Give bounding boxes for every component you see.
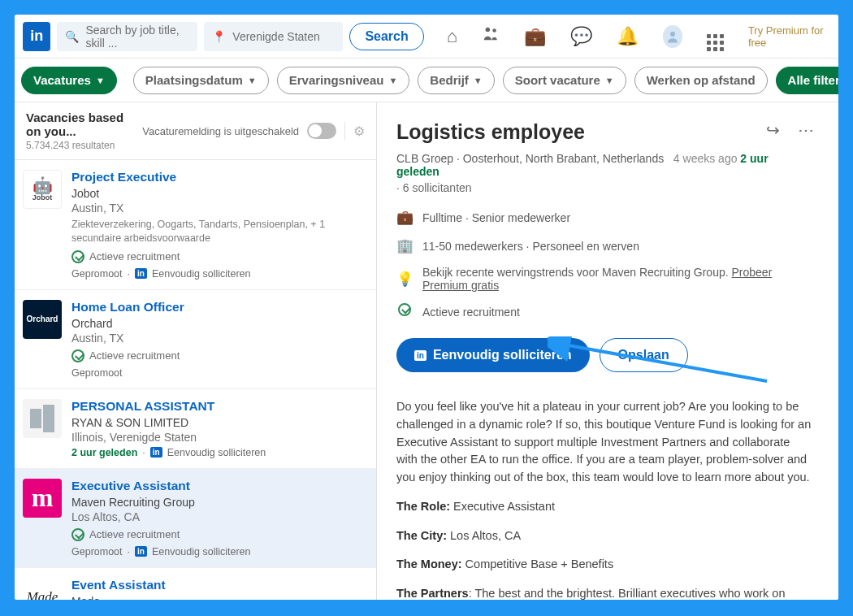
job-type-row: 💼Fulltime · Senior medewerker: [396, 209, 814, 226]
job-perks: Ziekteverzekering, Oogarts, Tandarts, Pe…: [71, 218, 365, 245]
filter-vacatures[interactable]: Vacatures▼: [21, 67, 117, 94]
job-title: Project Executive: [71, 170, 365, 184]
lightbulb-icon: 💡: [396, 271, 413, 288]
company-logo: 🤖Jobot: [23, 170, 62, 209]
linkedin-icon: in: [135, 546, 147, 557]
job-card[interactable]: 🤖Jobot Project Executive Jobot Austin, T…: [15, 160, 376, 290]
jobs-icon[interactable]: 💼: [524, 26, 546, 47]
linkedin-icon: in: [150, 447, 162, 458]
job-description: Do you feel like you've hit a plateau in…: [396, 398, 814, 600]
job-location: Austin, TX: [71, 332, 365, 345]
messaging-icon[interactable]: 💬: [570, 26, 592, 47]
filter-row: Vacatures▼ Plaatsingsdatum▼ Ervaringsniv…: [15, 59, 838, 102]
job-card[interactable]: PERSONAL ASSISTANT RYAN & SON LIMITED Il…: [15, 389, 376, 469]
try-premium-link[interactable]: Try Premium for free: [748, 24, 830, 49]
active-recruitment: Actieve recruitment: [71, 250, 365, 263]
briefcase-icon: 💼: [396, 209, 413, 226]
job-title: Executive Assistant: [71, 479, 365, 493]
job-location: Illinois, Verenigde Staten: [71, 431, 365, 444]
filter-experience[interactable]: Ervaringsniveau▼: [277, 67, 410, 94]
share-icon[interactable]: ↪: [766, 120, 780, 140]
job-alert-toggle[interactable]: [307, 123, 336, 139]
target-icon: [71, 528, 84, 541]
search-icon: 🔍: [65, 30, 79, 43]
job-list-header: Vacancies based on you... 5.734.243 resu…: [15, 102, 376, 160]
apps-icon[interactable]: [707, 22, 724, 51]
svg-point-2: [670, 32, 675, 37]
pin-icon: 📍: [212, 30, 226, 43]
target-icon: [71, 349, 84, 362]
job-footer: 2 uur geleden · inEenvoudig solliciteren: [71, 447, 365, 458]
job-detail-panel: Logistics employee ↪ ⋯ CLB Groep · Ooste…: [377, 102, 838, 600]
linkedin-logo[interactable]: in: [23, 22, 50, 51]
caret-down-icon: ▼: [248, 76, 257, 85]
job-card[interactable]: m Executive Assistant Maven Recruiting G…: [15, 469, 376, 568]
job-card[interactable]: Made Event Assistant Made New York, NY 2…: [15, 568, 376, 600]
search-jobs-input[interactable]: 🔍 Search by job title, skill ...: [57, 22, 197, 51]
detail-title: Logistics employee: [396, 120, 585, 144]
linkedin-icon: in: [135, 268, 147, 279]
company-name: Maven Recruiting Group: [71, 496, 365, 509]
detail-meta: CLB Groep · Oosterhout, North Brabant, N…: [396, 152, 814, 178]
search-location-input[interactable]: 📍 Verenigde Staten: [204, 22, 343, 51]
active-recruitment: Actieve recruitment: [71, 528, 365, 541]
home-icon[interactable]: ⌂: [447, 26, 457, 47]
divider: [344, 122, 345, 140]
company-logo: [23, 399, 62, 438]
more-icon[interactable]: ⋯: [798, 120, 814, 140]
gear-icon[interactable]: ⚙: [353, 124, 365, 139]
location-value: Verenigde Staten: [232, 30, 319, 43]
search-placeholder: Search by job title, skill ...: [85, 24, 189, 50]
caret-down-icon: ▼: [474, 76, 483, 85]
company-name: Jobot: [71, 187, 365, 200]
company-logo: Orchard: [23, 300, 62, 339]
list-title: Vacancies based on you...: [26, 111, 134, 138]
company-name: Made: [71, 595, 365, 600]
filter-all[interactable]: Alle filters1: [776, 67, 838, 94]
job-location: Austin, TX: [71, 202, 365, 215]
job-footer: Gepromoot: [71, 367, 365, 379]
filter-remote[interactable]: Werken op afstand: [634, 67, 768, 94]
job-title: PERSONAL ASSISTANT: [71, 399, 365, 414]
result-count: 5.734.243 resultaten: [26, 140, 134, 151]
filter-jobtype[interactable]: Soort vacature▼: [503, 67, 626, 94]
target-icon: [396, 303, 413, 320]
notifications-icon[interactable]: 🔔: [617, 26, 639, 47]
company-logo: m: [23, 479, 62, 518]
job-list-panel: Vacancies based on you... 5.734.243 resu…: [15, 102, 377, 600]
company-logo: Made: [23, 578, 62, 600]
company-name: RYAN & SON LIMITED: [71, 416, 365, 429]
recruit-row: Actieve recruitment: [396, 303, 814, 320]
job-footer: Gepromoot · inEenvoudig solliciteren: [71, 546, 365, 557]
target-icon: [71, 250, 84, 263]
company-size-row: 🏢11-50 medewerkers · Personeel en werven: [396, 237, 814, 254]
job-card[interactable]: Orchard Home Loan Officer Orchard Austin…: [15, 290, 376, 389]
caret-down-icon: ▼: [388, 76, 397, 85]
svg-point-1: [492, 28, 496, 33]
job-title: Event Assistant: [71, 578, 365, 592]
network-icon[interactable]: [482, 25, 500, 48]
search-button[interactable]: Search: [349, 23, 423, 50]
caret-down-icon: ▼: [96, 76, 105, 85]
easy-apply-button[interactable]: inEenvoudig solliciteren: [396, 338, 590, 372]
job-title: Home Loan Officer: [71, 300, 365, 315]
company-name: Orchard: [71, 317, 365, 330]
job-footer: Gepromoot · inEenvoudig solliciteren: [71, 268, 365, 280]
active-recruitment: Actieve recruitment: [71, 349, 365, 362]
linkedin-icon: in: [414, 350, 426, 361]
svg-point-0: [486, 27, 491, 32]
top-nav: in 🔍 Search by job title, skill ... 📍 Ve…: [15, 15, 838, 59]
caret-down-icon: ▼: [605, 76, 614, 85]
applicant-count: · 6 sollicitanten: [396, 181, 814, 194]
building-icon: 🏢: [396, 237, 413, 254]
nav-icons: ⌂ 💼 💬 🔔 Try Premium for free: [447, 22, 830, 51]
insight-row: 💡Bekijk recente wervingstrends voor Mave…: [396, 266, 814, 292]
job-alert-label: Vacaturemelding is uitgeschakeld: [142, 125, 299, 137]
profile-avatar[interactable]: [663, 25, 682, 48]
save-button[interactable]: Opslaan: [600, 338, 688, 372]
filter-company[interactable]: Bedrijf▼: [418, 67, 494, 94]
job-location: Los Altos, CA: [71, 510, 365, 523]
filter-date[interactable]: Plaatsingsdatum▼: [133, 67, 269, 94]
